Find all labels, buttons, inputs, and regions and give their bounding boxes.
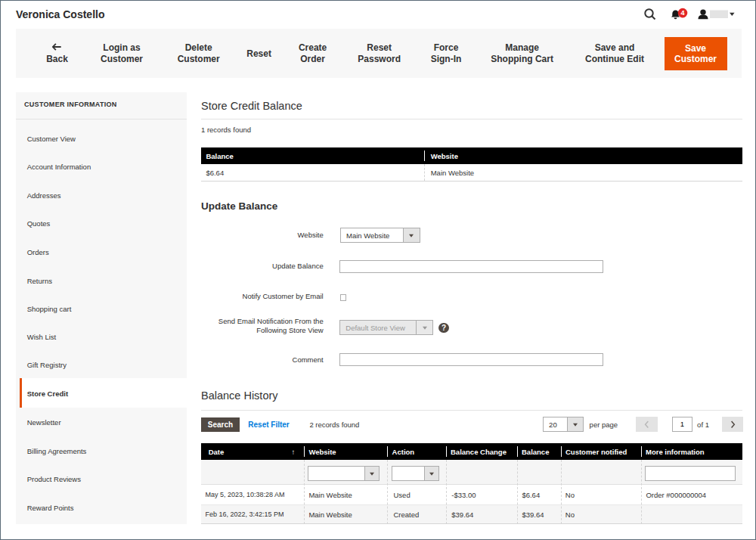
svg-text:4: 4 (680, 9, 684, 17)
